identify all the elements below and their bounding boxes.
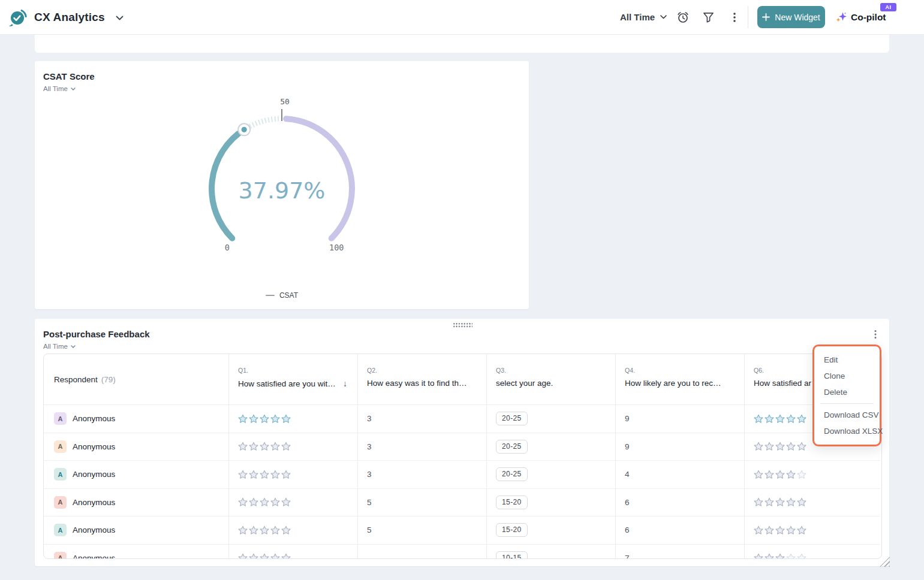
- menu-item-delete[interactable]: Delete: [814, 384, 880, 400]
- widget-context-menu: EditCloneDeleteDownload CSVDownload XLSX: [812, 345, 881, 446]
- star-icon: [754, 525, 763, 535]
- more-options-kebab-icon[interactable]: [727, 10, 741, 24]
- star-icon: [238, 525, 248, 535]
- menu-item-download-csv[interactable]: Download CSV: [814, 407, 880, 423]
- respondent-name: Anonymous: [73, 442, 115, 451]
- app-switcher[interactable]: CX Analytics: [8, 0, 124, 34]
- star-icon: [249, 525, 258, 535]
- question-title: select your age.: [496, 379, 553, 388]
- new-widget-button[interactable]: New Widget: [757, 6, 825, 28]
- star-icon: [249, 414, 258, 424]
- copilot-button[interactable]: Co-pilot: [836, 0, 886, 34]
- copilot-label: Co-pilot: [851, 12, 886, 23]
- star-icon: [765, 497, 774, 507]
- star-rating: [238, 414, 291, 424]
- star-icon: [249, 442, 258, 451]
- csat-widget-time-filter[interactable]: All Time: [43, 85, 76, 92]
- q6-rating-cell: [744, 516, 880, 544]
- star-rating: [238, 525, 291, 535]
- star-icon: [281, 414, 291, 424]
- respondent-cell[interactable]: AAnonymous: [44, 433, 228, 461]
- star-icon: [281, 470, 291, 479]
- q4-value-cell: 9: [615, 404, 744, 433]
- q1-rating-cell: [228, 433, 357, 461]
- respondent-cell[interactable]: AAnonymous: [44, 488, 228, 516]
- respondent-cell[interactable]: AAnonymous: [44, 460, 228, 488]
- star-icon: [270, 525, 280, 535]
- respondent-cell[interactable]: AAnonymous: [44, 544, 228, 560]
- star-icon: [786, 525, 796, 535]
- star-rating: [238, 553, 291, 559]
- star-icon: [754, 414, 763, 424]
- star-icon: [797, 442, 806, 451]
- star-rating: [238, 470, 291, 479]
- question-number-label: Q1.: [238, 367, 350, 374]
- time-filter-label: All Time: [43, 85, 68, 92]
- sort-descending-icon[interactable]: ↓: [343, 379, 347, 388]
- new-widget-label: New Widget: [775, 13, 820, 22]
- avatar: A: [54, 496, 67, 509]
- q3-age-cell: 15-20: [486, 516, 615, 544]
- widget-menu-kebab-icon[interactable]: [869, 328, 881, 340]
- avatar: A: [54, 412, 67, 425]
- star-icon: [270, 497, 280, 507]
- star-icon: [238, 442, 248, 451]
- q2-value-cell: 5: [357, 488, 486, 516]
- age-range-chip: 15-20: [496, 496, 528, 509]
- star-icon: [260, 414, 269, 424]
- star-icon: [765, 525, 774, 535]
- ai-badge: AI: [880, 3, 896, 11]
- q6-rating-cell: [744, 460, 880, 488]
- respondent-cell[interactable]: AAnonymous: [44, 404, 228, 433]
- respondent-cell[interactable]: AAnonymous: [44, 516, 228, 544]
- widget-drag-handle[interactable]: [453, 322, 472, 328]
- menu-item-clone[interactable]: Clone: [814, 368, 880, 384]
- star-icon: [260, 553, 269, 559]
- q6-rating-cell: [744, 488, 880, 516]
- q4-value-cell: 9: [615, 433, 744, 461]
- chevron-down-icon: [71, 345, 76, 348]
- star-icon: [260, 442, 269, 451]
- star-icon: [775, 525, 785, 535]
- star-rating: [754, 414, 806, 424]
- menu-item-download-xlsx[interactable]: Download XLSX: [814, 423, 880, 439]
- question-number-label: Q2.: [367, 367, 479, 374]
- chevron-down-icon: [71, 87, 76, 90]
- question-title: How satisfied are you with …: [238, 379, 339, 388]
- time-filter-label: All Time: [43, 343, 68, 350]
- age-range-chip: 15-20: [496, 523, 528, 537]
- csat-legend-item[interactable]: CSAT: [35, 291, 529, 300]
- column-header-respondent: Respondent(79): [44, 354, 228, 404]
- star-icon: [797, 525, 806, 535]
- star-icon: [786, 442, 796, 451]
- topbar-divider: [748, 6, 748, 28]
- star-icon: [765, 414, 774, 424]
- age-range-chip: 10-15: [496, 551, 528, 559]
- post-purchase-feedback-widget-card: Post-purchase Feedback All Time Responde…: [35, 319, 889, 566]
- star-rating: [754, 470, 806, 479]
- respondent-name: Anonymous: [73, 498, 115, 507]
- star-icon: [281, 497, 291, 507]
- star-icon: [797, 553, 806, 559]
- menu-item-edit[interactable]: Edit: [814, 352, 880, 368]
- star-icon: [797, 414, 806, 424]
- respondent-header-label: Respondent: [54, 375, 98, 384]
- feedback-widget-time-filter[interactable]: All Time: [43, 343, 76, 350]
- star-rating: [754, 497, 806, 507]
- age-range-chip: 20-25: [496, 412, 528, 425]
- star-icon: [786, 553, 796, 559]
- filter-funnel-icon[interactable]: [702, 10, 715, 24]
- legend-line-marker: [266, 295, 275, 296]
- avatar: A: [54, 468, 67, 481]
- star-icon: [270, 470, 280, 479]
- star-icon: [775, 553, 785, 559]
- global-time-filter[interactable]: All Time: [620, 0, 667, 34]
- age-range-chip: 20-25: [496, 440, 528, 454]
- q2-value-cell: 3: [357, 433, 486, 461]
- star-icon: [754, 497, 763, 507]
- alarm-clock-icon[interactable]: [676, 10, 690, 24]
- column-header-q4: Q4.How likely are you to recomm…: [615, 354, 744, 404]
- question-title: How likely are you to recomm…: [625, 379, 726, 388]
- csat-score-widget-card: CSAT Score All Time 5037.97%0100 CSAT: [35, 61, 529, 309]
- q3-age-cell: 10-15: [486, 544, 615, 560]
